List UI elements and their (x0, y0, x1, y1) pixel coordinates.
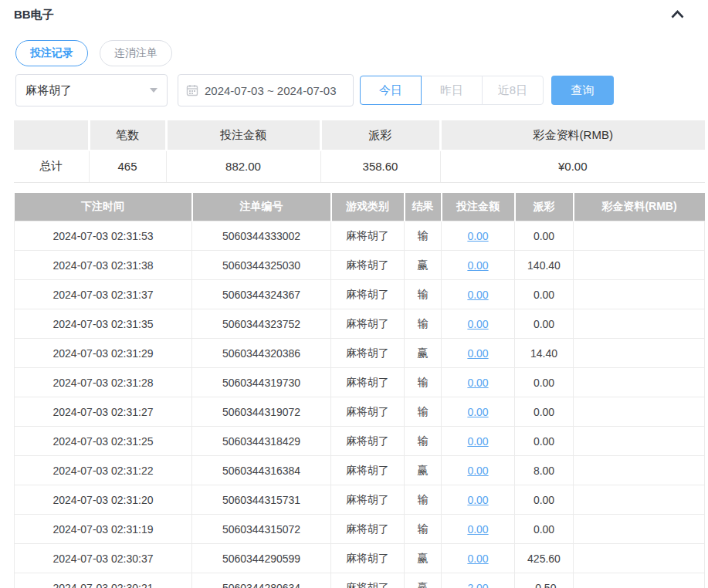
summary-col-bet-amount: 投注金额 (166, 120, 320, 150)
payout-cell: 0.00 (515, 309, 574, 339)
summary-col-payout: 派彩 (320, 120, 440, 150)
calendar-icon (186, 84, 198, 96)
bet-amount-link[interactable]: 0.00 (467, 523, 488, 536)
payout-cell: 0.00 (515, 280, 574, 309)
bet-amount-link[interactable]: 0.00 (467, 553, 488, 565)
game-select[interactable]: 麻将胡了 (15, 74, 168, 106)
bet-amount-link[interactable]: 0.00 (467, 377, 488, 389)
game-type-cell: 麻将胡了 (331, 309, 405, 339)
tab-cancelled-orders[interactable]: 连消注单 (100, 40, 172, 66)
game-type-cell: 麻将胡了 (331, 368, 405, 397)
bet-amount-link[interactable]: 0.00 (467, 318, 488, 330)
game-select-value: 麻将胡了 (25, 83, 72, 98)
payout-cell: 0.00 (515, 221, 574, 251)
payout-cell: 0.00 (515, 485, 574, 515)
bonus-cell (574, 456, 705, 485)
result-cell: 赢 (405, 251, 442, 280)
game-type-cell: 麻将胡了 (331, 515, 405, 544)
bet-amount-cell: 0.00 (442, 251, 515, 280)
bonus-cell (574, 309, 705, 339)
summary-col-count: 笔数 (89, 120, 166, 150)
bet-amount-link[interactable]: 2.00 (467, 582, 488, 588)
tab-bet-records[interactable]: 投注记录 (15, 40, 88, 66)
summary-total-count: 465 (89, 150, 166, 182)
table-row: 2024-07-03 02:31:37 5060344324367 麻将胡了 输… (15, 280, 705, 309)
bonus-cell (574, 251, 705, 280)
table-row: 2024-07-03 02:31:20 5060344315731 麻将胡了 输… (15, 485, 705, 515)
bet-amount-cell: 0.00 (442, 456, 515, 485)
bet-amount-cell: 0.00 (442, 485, 515, 515)
bet-time-cell: 2024-07-03 02:31:25 (15, 427, 192, 456)
order-number-cell: 5060344320386 (192, 339, 331, 368)
result-cell: 赢 (405, 573, 442, 588)
summary-total-bet-amount: 882.00 (166, 150, 320, 182)
bet-amount-link[interactable]: 0.00 (467, 230, 488, 242)
order-number-cell: 5060344325030 (192, 251, 331, 280)
bet-amount-cell: 0.00 (442, 427, 515, 456)
table-row: 2024-07-03 02:31:35 5060344323752 麻将胡了 输… (15, 309, 705, 339)
result-cell: 输 (405, 485, 442, 515)
table-row: 2024-07-03 02:30:21 5060344280634 麻将胡了 赢… (15, 573, 705, 588)
summary-total-label: 总计 (14, 150, 89, 182)
bet-amount-link[interactable]: 0.00 (467, 259, 488, 272)
order-number-cell: 5060344280634 (192, 573, 331, 588)
order-number-cell: 5060344290599 (192, 544, 331, 573)
game-type-cell: 麻将胡了 (331, 339, 405, 368)
record-type-tabs: 投注记录 连消注单 (15, 40, 706, 66)
result-cell: 赢 (405, 544, 442, 573)
game-type-cell: 麻将胡了 (331, 544, 405, 573)
bonus-cell (574, 280, 705, 309)
result-cell: 输 (405, 515, 442, 544)
payout-cell: 8.00 (515, 456, 574, 485)
chevron-up-icon (671, 8, 684, 21)
order-number-cell: 5060344319730 (192, 368, 331, 397)
bet-time-cell: 2024-07-03 02:31:28 (15, 368, 192, 397)
payout-cell: 0.00 (515, 427, 574, 456)
date-range-value: 2024-07-03 ~ 2024-07-03 (205, 84, 337, 97)
bet-time-cell: 2024-07-03 02:31:22 (15, 456, 192, 485)
result-cell: 输 (405, 368, 442, 397)
result-cell: 输 (405, 221, 442, 251)
bet-amount-link[interactable]: 0.00 (467, 406, 488, 418)
bonus-cell (574, 544, 705, 573)
summary-col-empty (14, 120, 89, 150)
bet-amount-link[interactable]: 0.00 (467, 435, 488, 448)
records-col-bet-amount: 投注金额 (442, 193, 515, 221)
yesterday-button[interactable]: 昨日 (421, 76, 483, 105)
bet-records-panel: BB电子 投注记录 连消注单 麻将胡了 (0, 0, 708, 588)
order-number-cell: 5060344315072 (192, 515, 331, 544)
result-cell: 输 (405, 397, 442, 427)
bet-amount-link[interactable]: 0.00 (467, 347, 488, 360)
bet-time-cell: 2024-07-03 02:31:35 (15, 309, 192, 339)
game-type-cell: 麻将胡了 (331, 427, 405, 456)
result-cell: 赢 (405, 339, 442, 368)
today-button[interactable]: 今日 (360, 76, 422, 105)
table-row: 2024-07-03 02:30:37 5060344290599 麻将胡了 赢… (15, 544, 705, 573)
bet-amount-link[interactable]: 0.00 (467, 465, 488, 477)
bet-amount-link[interactable]: 0.00 (467, 289, 488, 301)
bet-amount-cell: 0.00 (442, 309, 515, 339)
date-range-picker[interactable]: 2024-07-03 ~ 2024-07-03 (178, 74, 354, 106)
bet-amount-cell: 0.00 (442, 368, 515, 397)
bet-amount-cell: 0.00 (442, 544, 515, 573)
search-button[interactable]: 查询 (551, 76, 614, 105)
bet-amount-cell: 2.00 (442, 573, 515, 588)
table-row: 2024-07-03 02:31:25 5060344318429 麻将胡了 输… (15, 427, 705, 456)
payout-cell: 140.40 (515, 251, 574, 280)
game-type-cell: 麻将胡了 (331, 573, 405, 588)
records-col-result: 结果 (405, 193, 442, 221)
bonus-cell (574, 573, 705, 588)
payout-cell: 0.00 (515, 368, 574, 397)
game-type-cell: 麻将胡了 (331, 251, 405, 280)
summary-total-payout: 358.60 (320, 150, 440, 182)
table-row: 2024-07-03 02:31:29 5060344320386 麻将胡了 赢… (15, 339, 705, 368)
bonus-cell (574, 368, 705, 397)
result-cell: 赢 (405, 456, 442, 485)
collapse-panel-button[interactable] (671, 8, 684, 21)
table-row: 2024-07-03 02:31:27 5060344319072 麻将胡了 输… (15, 397, 705, 427)
order-number-cell: 5060344318429 (192, 427, 331, 456)
last-8-days-button[interactable]: 近8日 (482, 76, 544, 105)
game-type-cell: 麻将胡了 (331, 221, 405, 251)
bonus-cell (574, 221, 705, 251)
bet-amount-link[interactable]: 0.00 (467, 494, 488, 506)
